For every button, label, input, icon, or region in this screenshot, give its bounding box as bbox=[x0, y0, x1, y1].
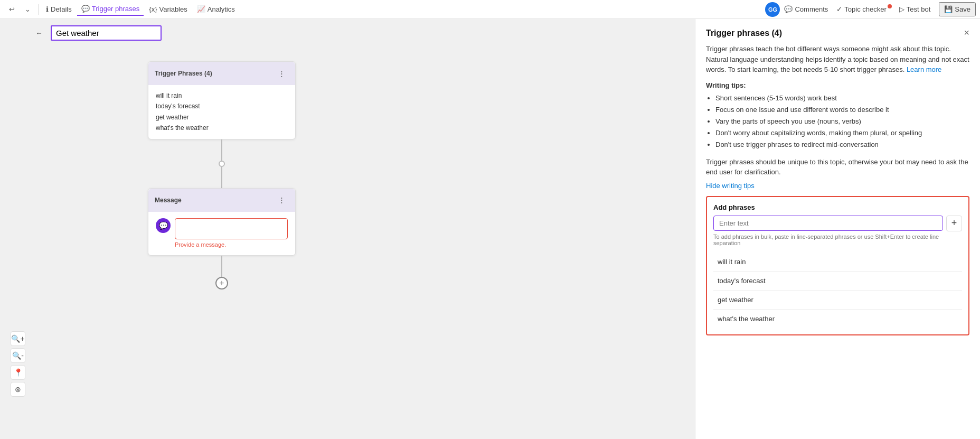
tip-3: Vary the parts of speech you use (nouns,… bbox=[715, 116, 969, 127]
back-button[interactable]: ← bbox=[32, 26, 46, 41]
tip-1: Short sentences (5-15 words) work best bbox=[715, 92, 969, 104]
panel-header: Trigger phrases (4) × bbox=[695, 19, 980, 44]
analytics-tab[interactable]: 📈 Analytics bbox=[193, 3, 239, 15]
panel-close-button[interactable]: × bbox=[964, 27, 969, 39]
message-node-header: Message ⋮ bbox=[148, 189, 295, 212]
toolbar-left: ↩ ⌄ ℹ Details 💬 Trigger phrases {x} Vari… bbox=[4, 2, 763, 17]
message-icon: 💬 bbox=[156, 218, 171, 233]
analytics-label: Analytics bbox=[208, 5, 235, 13]
comments-label: Comments bbox=[795, 5, 828, 13]
topic-name-row: ← bbox=[32, 25, 162, 41]
undo-redo-group: ↩ ⌄ bbox=[4, 2, 35, 17]
comments-button[interactable]: 💬 Comments bbox=[784, 5, 828, 13]
message-node-body: 💬 Provide a message. bbox=[148, 212, 295, 255]
connector-line-1 bbox=[221, 139, 222, 161]
learn-more-link[interactable]: Learn more bbox=[907, 66, 941, 73]
variables-icon: {x} bbox=[149, 5, 157, 13]
redo-button[interactable]: ⌄ bbox=[20, 2, 35, 17]
flow-area: Trigger Phrases (4) ⋮ will it rain today… bbox=[148, 61, 296, 289]
topic-name-input[interactable] bbox=[51, 25, 162, 41]
test-bot-button[interactable]: ▷ Test bot bbox=[895, 3, 935, 15]
toolbar: ↩ ⌄ ℹ Details 💬 Trigger phrases {x} Vari… bbox=[0, 0, 980, 19]
details-label: Details bbox=[51, 5, 72, 13]
tip-2: Focus on one issue and use different wor… bbox=[715, 104, 969, 116]
analytics-icon: 📈 bbox=[197, 5, 205, 13]
side-panel: Trigger phrases (4) × Trigger phrases te… bbox=[695, 19, 980, 439]
panel-description: Trigger phrases teach the bot different … bbox=[706, 44, 969, 75]
trigger-node-body: will it rain today's forecast get weathe… bbox=[148, 85, 295, 139]
toolbar-divider-1 bbox=[38, 4, 39, 15]
test-bot-icon: ▷ bbox=[899, 5, 904, 13]
panel-phrase-1[interactable]: will it rain bbox=[713, 253, 962, 272]
message-input-area[interactable] bbox=[175, 218, 288, 239]
trigger-node-header: Trigger Phrases (4) ⋮ bbox=[148, 62, 295, 85]
phrase-text-input[interactable] bbox=[713, 216, 943, 231]
tip-5: Don't use trigger phrases to redirect mi… bbox=[715, 139, 969, 151]
message-node-title: Message bbox=[155, 197, 182, 204]
writing-tips-title: Writing tips: bbox=[706, 81, 969, 89]
details-tab[interactable]: ℹ Details bbox=[42, 3, 76, 15]
comments-icon: 💬 bbox=[784, 5, 793, 13]
trigger-icon: 💬 bbox=[81, 5, 90, 13]
panel-phrase-2[interactable]: today's forecast bbox=[713, 272, 962, 291]
trigger-node-title: Trigger Phrases (4) bbox=[155, 70, 212, 77]
unique-note: Trigger phrases should be unique to this… bbox=[706, 157, 969, 178]
message-row: 💬 bbox=[156, 218, 288, 239]
avatar: GG bbox=[765, 2, 780, 17]
tip-4: Don't worry about capitalizing words, ma… bbox=[715, 127, 969, 139]
undo-button[interactable]: ↩ bbox=[4, 2, 19, 17]
panel-body: Trigger phrases teach the bot different … bbox=[695, 44, 980, 346]
writing-tips-list: Short sentences (5-15 words) work best F… bbox=[706, 92, 969, 151]
save-icon: 💾 bbox=[944, 5, 953, 13]
zoom-out-button[interactable]: 🔍- bbox=[11, 348, 25, 363]
hide-tips-link[interactable]: Hide writing tips bbox=[706, 182, 755, 190]
message-error: Provide a message. bbox=[175, 241, 288, 248]
save-button[interactable]: 💾 Save bbox=[939, 2, 976, 16]
zoom-in-button[interactable]: 🔍+ bbox=[11, 331, 25, 346]
test-bot-label: Test bot bbox=[907, 5, 931, 13]
toolbar-right: GG 💬 Comments ✓ Topic checker ▷ Test bot… bbox=[765, 2, 976, 17]
phrase-1: will it rain bbox=[156, 90, 288, 101]
panel-phrase-3[interactable]: get weather bbox=[713, 291, 962, 310]
canvas[interactable]: ← Trigger Phrases (4) ⋮ will it rain tod… bbox=[0, 19, 695, 439]
notification-dot bbox=[888, 4, 892, 8]
topic-checker-button[interactable]: ✓ Topic checker bbox=[832, 3, 890, 15]
phrase-input-row: + bbox=[713, 216, 962, 231]
phrase-add-button[interactable]: + bbox=[946, 216, 962, 231]
add-phrases-section: Add phrases + To add phrases in bulk, pa… bbox=[706, 196, 969, 335]
reset-button[interactable]: ⊗ bbox=[11, 382, 25, 397]
trigger-phrases-node: Trigger Phrases (4) ⋮ will it rain today… bbox=[148, 61, 296, 139]
phrase-3: get weather bbox=[156, 112, 288, 123]
panel-title: Trigger phrases (4) bbox=[706, 29, 782, 38]
trigger-phrases-label: Trigger phrases bbox=[92, 5, 140, 13]
phrase-4: what's the weather bbox=[156, 123, 288, 133]
save-label: Save bbox=[955, 5, 970, 13]
add-phrases-title: Add phrases bbox=[713, 203, 962, 211]
connector-line-2 bbox=[221, 167, 222, 188]
zoom-controls: 🔍+ 🔍- 📍 ⊗ bbox=[11, 331, 25, 397]
message-node: Message ⋮ 💬 Provide a message. bbox=[148, 188, 296, 256]
trigger-phrases-tab[interactable]: 💬 Trigger phrases bbox=[77, 3, 144, 16]
info-icon: ℹ bbox=[46, 5, 49, 13]
variables-tab[interactable]: {x} Variables bbox=[145, 3, 191, 15]
variables-label: Variables bbox=[159, 5, 187, 13]
message-node-menu[interactable]: ⋮ bbox=[274, 193, 289, 208]
topic-checker-label: Topic checker bbox=[844, 5, 886, 13]
topic-checker-icon: ✓ bbox=[836, 5, 842, 13]
trigger-node-menu[interactable]: ⋮ bbox=[274, 66, 289, 81]
main-area: ← Trigger Phrases (4) ⋮ will it rain tod… bbox=[0, 19, 980, 439]
phrase-2: today's forecast bbox=[156, 101, 288, 111]
connector-line-3 bbox=[221, 256, 222, 277]
add-node-button[interactable]: + bbox=[215, 277, 228, 289]
panel-phrase-4[interactable]: what's the weather bbox=[713, 310, 962, 328]
topic-checker-wrapper: ✓ Topic checker bbox=[832, 3, 890, 15]
bulk-hint: To add phrases in bulk, paste in line-se… bbox=[713, 233, 962, 246]
writing-tips-section: Writing tips: Short sentences (5-15 word… bbox=[706, 81, 969, 151]
locate-button[interactable]: 📍 bbox=[11, 365, 25, 380]
connector-circle-1 bbox=[219, 161, 225, 167]
